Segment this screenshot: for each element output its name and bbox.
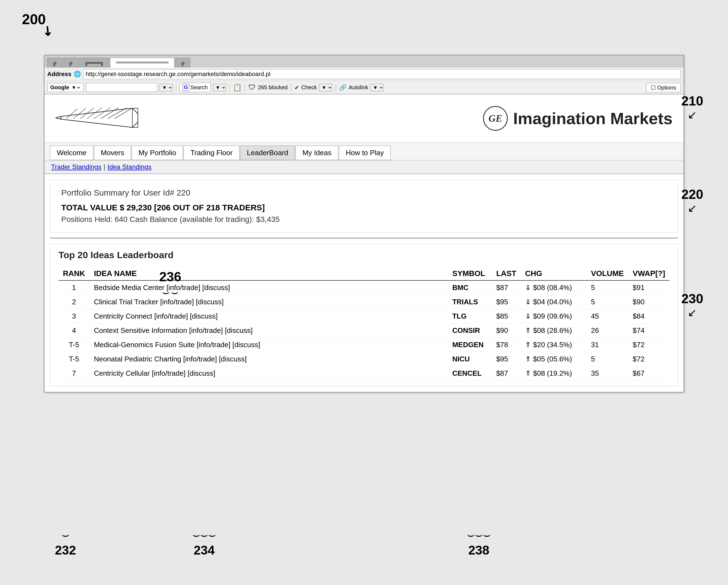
sub-nav-idea-standings[interactable]: Idea Standings [107, 163, 151, 171]
nav-tab-myideas[interactable]: My Ideas [295, 146, 338, 160]
toolbar-separator-4 [291, 84, 291, 92]
total-label: TOTAL VALUE $ [61, 203, 124, 212]
total-value: 29,230 [127, 203, 152, 212]
search-label: Search [190, 84, 208, 91]
google-label: Google [50, 84, 69, 91]
sub-nav-trader-standings[interactable]: Trader Standings [51, 163, 101, 171]
browser-tab-1[interactable]: ╔ [47, 58, 62, 68]
autolink-icon: 🔗 [339, 84, 346, 91]
cell-rank: T-5 [58, 352, 89, 366]
check-dropdown[interactable]: ▼ [319, 84, 332, 92]
search-dropdown[interactable]: ▼ [160, 84, 173, 92]
nav-tab-leaderboard[interactable]: LeaderBoard [240, 146, 295, 160]
address-input[interactable] [83, 69, 681, 79]
cell-idea: Medical-Genomics Fusion Suite [info/trad… [89, 338, 448, 352]
google-search-input[interactable] [86, 83, 157, 92]
svg-line-3 [67, 109, 77, 119]
svg-line-4 [73, 108, 86, 119]
portfolio-title: Portfolio Summary for User Id# 220 [61, 188, 667, 198]
pencil-area [55, 100, 483, 137]
browser-window: ╔ ╔ ╔═══╗ ═══════════════ ╔ Address 🌐 Go… [44, 55, 684, 392]
nav-tab-movers[interactable]: Movers [94, 146, 131, 160]
cell-rank: 1 [58, 280, 89, 295]
app-title: Imagination Markets [513, 109, 673, 128]
svg-line-7 [94, 108, 110, 119]
leaderboard-title: Top 20 Ideas Leaderboard [58, 250, 670, 260]
col-header-volume: VOLUME [587, 267, 628, 280]
cell-volume: 5 [587, 352, 628, 366]
cell-chg: ⇑ $08 (19.2%) [521, 366, 587, 381]
divider-line [50, 238, 678, 238]
sub-nav-separator: | [104, 163, 105, 171]
table-row: 3 Centricity Connect [info/trade] [discu… [58, 309, 670, 324]
options-button[interactable]: ☐ Options [646, 83, 681, 92]
cell-volume: 5 [587, 295, 628, 309]
search-button-dropdown[interactable]: ▼ [213, 84, 226, 92]
sub-nav-bar: Trader Standings | Idea Standings [45, 160, 683, 174]
g-icon: G [183, 84, 189, 91]
brace-234: ⌣⌣⌣ [192, 528, 216, 542]
toolbar-options: ☐ Options [646, 83, 681, 92]
cell-symbol: BMC [448, 280, 492, 295]
cell-chg: ⇓ $09 (09.6%) [521, 309, 587, 324]
nav-tab-welcome[interactable]: Welcome [50, 146, 94, 160]
cell-rank: 3 [58, 309, 89, 324]
browser-tab-2[interactable]: ╔ [62, 58, 78, 68]
col-header-rank: RANK [58, 267, 89, 280]
cell-vwap: $72 [628, 338, 670, 352]
cell-idea: Neonatal Pediatric Charting [info/trade]… [89, 352, 448, 366]
num-238: 238 [468, 543, 489, 558]
col-header-idea: IDEA NAME [89, 267, 448, 280]
cell-idea: Context Sensitive Information [info/trad… [89, 324, 448, 338]
cell-vwap: $72 [628, 352, 670, 366]
col-header-last: LAST [492, 267, 521, 280]
browser-tab-active[interactable]: ═══════════════ [110, 58, 174, 68]
browser-tab-4[interactable]: ╔ [175, 58, 190, 68]
bottom-label-232: ⌣ 232 [55, 528, 76, 558]
cell-last: $78 [492, 338, 521, 352]
portfolio-positions: Positions Held: 640 Cash Balance (availa… [61, 215, 667, 224]
g-search-button[interactable]: G Search [180, 83, 211, 92]
cell-idea: Centricity Cellular [info/trade] [discus… [89, 366, 448, 381]
cell-vwap: $74 [628, 324, 670, 338]
nav-bar: Welcome Movers My Portfolio Trading Floo… [45, 143, 683, 160]
cell-chg: ⇓ $08 (08.4%) [521, 280, 587, 295]
autolink-dropdown[interactable]: ▼ [370, 84, 384, 92]
cell-last: $87 [492, 280, 521, 295]
google-dropdown[interactable]: ▼ [70, 84, 81, 91]
copy-icon[interactable]: 📋 [233, 83, 242, 92]
side-label-210: 210 ↙ [681, 93, 703, 121]
cell-vwap: $67 [628, 366, 670, 381]
cell-last: $85 [492, 309, 521, 324]
options-label: Options [657, 84, 676, 91]
cell-idea: Clinical Trial Tracker [info/trade] [dis… [89, 295, 448, 309]
browser-tab-3[interactable]: ╔═══╗ [79, 58, 109, 68]
browser-icon: 🌐 [74, 71, 81, 78]
nav-tab-howtoplay[interactable]: How to Play [339, 146, 391, 160]
address-label: Address [47, 71, 71, 78]
num-232: 232 [55, 543, 76, 558]
ge-logo: GE [483, 106, 508, 131]
options-checkbox: ☐ [651, 84, 656, 91]
address-bar: Address 🌐 [45, 68, 683, 81]
brace-236: ⌣⌣ [162, 285, 179, 299]
label-236-num: 236 [159, 269, 181, 284]
label-220-num: 220 [681, 187, 703, 202]
nav-tab-portfolio[interactable]: My Portfolio [132, 146, 183, 160]
arrow-230: ↙ [687, 306, 697, 319]
cell-chg: ⇑ $05 (05.6%) [521, 352, 587, 366]
cell-rank: 4 [58, 324, 89, 338]
nav-tab-trading[interactable]: Trading Floor [183, 146, 239, 160]
portfolio-value: TOTAL VALUE $ 29,230 [206 out of 218 tra… [61, 203, 667, 212]
cell-last: $87 [492, 366, 521, 381]
cell-volume: 35 [587, 366, 628, 381]
google-button[interactable]: Google ▼ [47, 83, 84, 92]
cell-symbol: TRIALS [448, 295, 492, 309]
pencil-graphic [55, 100, 149, 136]
label-230-num: 230 [681, 291, 703, 306]
blocked-label: 265 blocked [258, 84, 288, 91]
table-row: 1 Bedside Media Center [info/trade] [dis… [58, 280, 670, 295]
toolbar-separator-1 [176, 84, 176, 92]
table-header-row: RANK IDEA NAME SYMBOL LAST CHG VOLUME VW… [58, 267, 670, 280]
cell-vwap: $84 [628, 309, 670, 324]
